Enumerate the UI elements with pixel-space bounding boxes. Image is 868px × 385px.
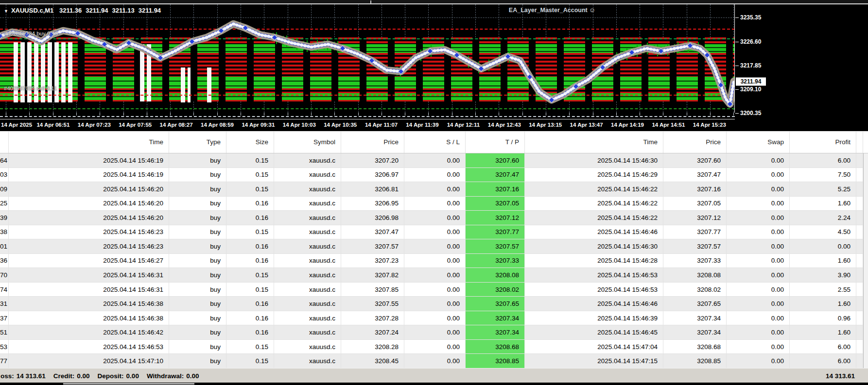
cell-tp: 3207.34: [466, 311, 525, 326]
window-divider: [370, 0, 371, 4]
cell-swap: 0.00: [727, 283, 790, 297]
cell-swap: 0.00: [727, 225, 790, 240]
column-header[interactable]: Size: [226, 132, 274, 153]
time-label: 14 Apr 15:23: [693, 122, 726, 128]
horizontal-scrollbar[interactable]: [63, 383, 194, 385]
column-header[interactable]: [0, 132, 9, 153]
cell-price: 3207.57: [341, 239, 404, 254]
time-label: 14 Apr 07:55: [119, 122, 152, 128]
cell-open_time: 2025.04.14 15:46:31: [9, 268, 169, 283]
cell-symbol: xauusd.c: [274, 225, 341, 240]
time-axis-tick: [710, 113, 711, 116]
cell-sl: 0.00: [404, 211, 466, 225]
cell-price: 3207.20: [341, 153, 404, 168]
column-header[interactable]: T / P: [466, 132, 525, 153]
cell-open_time: 2025.04.14 15:46:23: [9, 225, 169, 240]
table-row[interactable]: 512025.04.14 15:46:42buy0.16xauusd.c3207…: [0, 325, 863, 340]
cell-swap: 0.00: [727, 340, 790, 354]
status-item: oss:14 313.61: [0, 372, 46, 380]
cell-filler: [856, 268, 863, 283]
cell-price: 3206.81: [341, 182, 404, 197]
price-tick-mark: [735, 17, 739, 18]
time-axis-tick: [241, 113, 241, 116]
cell-sl: 0.00: [404, 283, 466, 297]
cell-ticket: 36: [0, 254, 9, 268]
time-axis[interactable]: [0, 113, 735, 119]
column-header[interactable]: Profit: [790, 132, 856, 153]
cell-type: buy: [169, 283, 226, 297]
chart-plot[interactable]: ▼XAUUSD.c,M1 3211.363211.943211.133211.9…: [0, 4, 735, 113]
ohlc-value: 3211.94: [86, 7, 108, 14]
cell-type: buy: [169, 311, 226, 326]
time-label: 14 Apr 08:59: [201, 122, 234, 128]
column-header[interactable]: Swap: [727, 132, 790, 153]
ohlc-value: 3211.13: [112, 7, 135, 14]
cell-tp: 3207.33: [466, 254, 525, 268]
cell-open_time: 2025.04.14 15:46:20: [9, 211, 169, 225]
cell-close_price: 3208.08: [663, 268, 727, 283]
cell-sl: 0.00: [404, 340, 466, 354]
cell-open_time: 2025.04.14 15:46:19: [9, 153, 169, 168]
cell-filler: [856, 354, 863, 368]
cell-price: 3207.24: [341, 325, 404, 340]
cell-filler: [856, 168, 863, 183]
cell-close_price: 3207.33: [663, 254, 727, 268]
table-row[interactable]: 382025.04.14 15:46:23buy0.15xauusd.c3207…: [0, 225, 863, 240]
cell-swap: 0.00: [727, 254, 790, 268]
cell-ticket: 38: [0, 225, 9, 240]
time-axis-labels: 14 Apr 202514 Apr 06:5114 Apr 07:2314 Ap…: [0, 119, 735, 131]
chart-symbol-info: ▼XAUUSD.c,M1 3211.363211.943211.133211.9…: [4, 7, 161, 14]
table-row[interactable]: 092025.04.14 15:46:20buy0.15xauusd.c3206…: [0, 182, 863, 197]
cell-symbol: xauusd.c: [274, 297, 341, 311]
table-row[interactable]: 742025.04.14 15:46:31buy0.15xauusd.c3207…: [0, 283, 863, 297]
table-row[interactable]: 392025.04.14 15:46:20buy0.16xauusd.c3206…: [0, 211, 863, 225]
time-axis-tick: [593, 113, 593, 116]
table-row[interactable]: 312025.04.14 15:46:38buy0.16xauusd.c3207…: [0, 297, 863, 311]
column-header[interactable]: Type: [169, 132, 226, 153]
cell-profit: 0.00: [790, 239, 856, 254]
cell-profit: 5.25: [790, 182, 856, 197]
column-header[interactable]: Symbol: [274, 132, 341, 153]
order-ticket-label: #402997055 sell 0.11: [4, 85, 57, 91]
price-tick-label: 3235.35: [740, 14, 761, 21]
cell-sl: 0.00: [404, 354, 466, 368]
cell-swap: 0.00: [727, 182, 790, 197]
cell-close_time: 2025.04.14 15:46:30: [525, 153, 663, 168]
table-row[interactable]: 642025.04.14 15:46:19buy0.15xauusd.c3207…: [0, 153, 863, 168]
table-row[interactable]: 372025.04.14 15:46:38buy0.16xauusd.c3207…: [0, 311, 863, 326]
table-row[interactable]: 032025.04.14 15:46:19buy0.15xauusd.c3206…: [0, 168, 863, 183]
cell-profit: 6.00: [790, 354, 856, 368]
cell-size: 0.16: [226, 297, 274, 311]
table-row[interactable]: 532025.04.14 15:46:53buy0.15xauusd.c3208…: [0, 340, 863, 354]
column-header[interactable]: Time: [9, 132, 169, 153]
cell-ticket: 64: [0, 153, 9, 168]
cell-type: buy: [169, 182, 226, 197]
cell-profit: 4.50: [790, 225, 856, 240]
table-row[interactable]: 362025.04.14 15:46:27buy0.16xauusd.c3207…: [0, 254, 863, 268]
time-axis-tick: [53, 113, 53, 116]
column-header[interactable]: Price: [341, 132, 404, 153]
vertical-scrollbar[interactable]: [863, 153, 868, 368]
column-header[interactable]: Price: [663, 132, 727, 153]
cell-price: 3208.45: [341, 354, 404, 368]
cell-close_price: 3207.16: [663, 182, 727, 197]
column-header[interactable]: S / L: [404, 132, 466, 153]
column-header[interactable]: Time: [525, 132, 663, 153]
cell-ticket: 37: [0, 311, 9, 326]
table-row[interactable]: 012025.04.14 15:46:23buy0.16xauusd.c3207…: [0, 239, 863, 254]
cell-size: 0.16: [226, 254, 274, 268]
time-label: 14 Apr 12:11: [447, 122, 480, 128]
table-row[interactable]: 252025.04.14 15:46:20buy0.16xauusd.c3206…: [0, 197, 863, 211]
cell-sl: 0.00: [404, 182, 466, 197]
table-row[interactable]: 772025.04.14 15:47:10buy0.15xauusd.c3208…: [0, 354, 863, 368]
cell-close_time: 2025.04.14 15:47:15: [525, 354, 663, 368]
price-scale[interactable]: 3235.353226.603217.853209.103200.353211.…: [735, 4, 868, 131]
cell-profit: 6.00: [790, 153, 856, 168]
table-row[interactable]: 702025.04.14 15:46:31buy0.15xauusd.c3207…: [0, 268, 863, 283]
cell-profit: 2.55: [790, 283, 856, 297]
cell-type: buy: [169, 297, 226, 311]
cell-price: 3207.23: [341, 254, 404, 268]
chevron-down-icon[interactable]: ▼: [4, 9, 8, 14]
cell-tp: 3207.47: [466, 168, 525, 183]
cell-close_time: 2025.04.14 15:46:28: [525, 254, 663, 268]
